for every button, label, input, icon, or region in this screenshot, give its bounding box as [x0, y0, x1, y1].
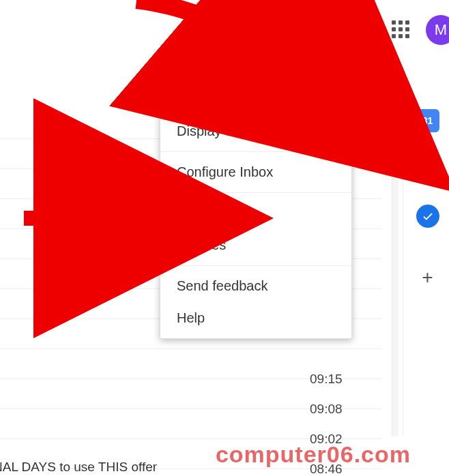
keep-icon[interactable] [416, 157, 439, 180]
menu-item-themes[interactable]: Themes [160, 229, 351, 261]
email-snippet-text: NAL DAYS to use THIS offer [0, 460, 157, 475]
account-avatar[interactable]: M [426, 15, 449, 45]
menu-item-send-feedback[interactable]: Send feedback [160, 270, 351, 302]
apps-grid-icon[interactable] [392, 20, 411, 40]
menu-item-display-density[interactable]: Display density [160, 115, 351, 147]
menu-item-configure-inbox[interactable]: Configure Inbox [160, 156, 351, 188]
settings-dropdown-menu: Display density Configure Inbox Settings… [160, 110, 352, 339]
annotation-arrow-settings [20, 198, 177, 241]
menu-item-settings[interactable]: Settings [160, 197, 351, 229]
menu-item-help[interactable]: Help [160, 302, 351, 334]
watermark-text: computer06.com [216, 441, 411, 468]
scrollbar[interactable] [392, 109, 399, 436]
email-time: 09:08 [310, 394, 343, 424]
tasks-icon[interactable] [416, 205, 439, 228]
annotation-arrow-gear [116, 0, 368, 119]
calendar-icon[interactable]: 31 [416, 109, 439, 132]
email-time: 09:15 [310, 364, 343, 394]
side-panel: 31 + [403, 68, 449, 436]
add-addon-button[interactable]: + [416, 266, 439, 289]
